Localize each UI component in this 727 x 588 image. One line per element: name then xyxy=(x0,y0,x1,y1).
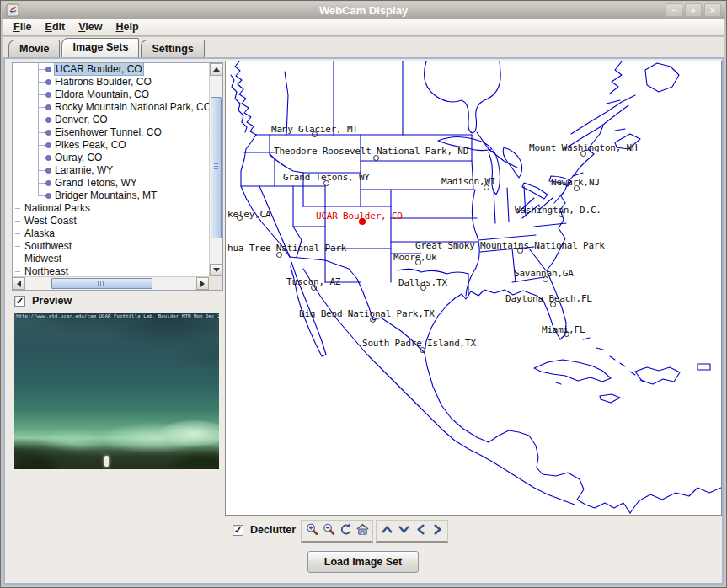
tree-item-alaska[interactable]: Alaska xyxy=(13,227,209,240)
tree-item-grand-tetons-wy[interactable]: Grand Tetons, WY xyxy=(13,177,209,190)
map-station-marker xyxy=(312,131,318,137)
tree-item-label: Grand Tetons, WY xyxy=(55,177,137,189)
image-set-tree-panel: UCAR Boulder, COFlatirons Boulder, COEld… xyxy=(12,62,223,291)
rotate-reset-icon xyxy=(339,522,353,539)
tree-item-label: Pikes Peak, CO xyxy=(55,139,126,151)
scroll-left-button[interactable] xyxy=(13,277,25,290)
scroll-up-button[interactable] xyxy=(210,63,222,76)
pan-up-icon xyxy=(380,522,394,539)
tab-settings[interactable]: Settings xyxy=(141,40,204,57)
map-station-marker xyxy=(237,215,243,221)
tree-horizontal-scrollbar[interactable] xyxy=(13,276,209,290)
tab-movie[interactable]: Movie xyxy=(8,40,60,57)
tree-item-label: Flatirons Boulder, CO xyxy=(55,76,152,88)
zoom-in-button[interactable] xyxy=(304,522,319,540)
tree-item-ucar-boulder-co[interactable]: UCAR Boulder, CO xyxy=(13,63,209,76)
tree-item-label: West Coast xyxy=(24,215,77,227)
webcam-caption: http://www.atd.ucar.edu/cam UCAR Foothil… xyxy=(16,313,219,319)
rotate-reset-button[interactable] xyxy=(338,522,353,540)
menu-bar: FileEditViewHelp xyxy=(3,19,724,36)
tree-bullet-icon xyxy=(45,168,51,174)
tree-item-southwest[interactable]: Southwest xyxy=(13,240,209,253)
tree-bullet-icon xyxy=(45,142,51,148)
map-station-marker xyxy=(311,285,317,291)
pan-toolbar xyxy=(376,520,448,543)
map-label: keley,CA xyxy=(227,209,270,220)
menu-view[interactable]: View xyxy=(72,19,109,35)
tree-item-northeast[interactable]: Northeast xyxy=(13,265,209,276)
pan-left-button[interactable] xyxy=(413,522,428,540)
tree-item-label: UCAR Boulder, CO xyxy=(55,63,143,75)
map-station-marker xyxy=(543,276,548,282)
maximize-button[interactable]: + xyxy=(685,3,702,17)
window-controls: −+× xyxy=(666,3,721,17)
tree-item-label: Ouray, CO xyxy=(55,152,102,163)
map-station-marker xyxy=(517,248,523,254)
minimize-button[interactable]: − xyxy=(666,3,682,17)
zoom-out-icon xyxy=(322,522,336,539)
tree-bullet-icon xyxy=(45,92,51,98)
map-station-marker xyxy=(559,211,564,217)
close-button[interactable]: × xyxy=(704,3,721,17)
zoom-out-button[interactable] xyxy=(321,522,336,540)
pan-up-button[interactable] xyxy=(379,522,394,540)
preview-label: Preview xyxy=(32,295,72,307)
view-toolbar xyxy=(301,520,373,543)
tab-bar: MovieImage SetsSettings xyxy=(3,37,724,57)
map-panel[interactable]: Many Glacier, MTTheodore Roosevelt Natio… xyxy=(225,61,722,516)
tree-item-west-coast[interactable]: West Coast xyxy=(13,215,209,227)
triangle-down-icon xyxy=(213,268,220,272)
map-label: Great Smoky Mountains National Park xyxy=(415,240,605,251)
vertical-scroll-thumb[interactable] xyxy=(211,97,222,238)
tab-image-sets[interactable]: Image Sets xyxy=(61,38,139,57)
pan-left-icon xyxy=(414,522,428,539)
tree-item-label: National Parks xyxy=(24,202,90,214)
pan-down-button[interactable] xyxy=(396,522,411,540)
tree-bullet-icon xyxy=(45,67,51,72)
preview-checkbox[interactable]: ✓ xyxy=(14,296,25,307)
tree-bullet-icon xyxy=(45,193,51,199)
triangle-left-icon xyxy=(17,281,21,287)
tree-item-ouray-co[interactable]: Ouray, CO xyxy=(13,152,209,164)
tree-item-laramie-wy[interactable]: Laramie, WY xyxy=(13,164,209,177)
tree-item-eldora-mountain-co[interactable]: Eldora Mountain, CO xyxy=(13,88,209,101)
tree-item-eisenhower-tunnel-co[interactable]: Eisenhower Tunnel, CO xyxy=(13,126,209,139)
tree-item-label: Northeast xyxy=(24,265,68,276)
tree-item-flatirons-boulder-co[interactable]: Flatirons Boulder, CO xyxy=(13,76,209,88)
map-station-marker xyxy=(420,285,426,291)
tree-item-national-parks[interactable]: National Parks xyxy=(13,202,209,215)
image-sets-panel: UCAR Boulder, COFlatirons Boulder, COEld… xyxy=(3,57,724,585)
declutter-label: Declutter xyxy=(250,524,296,536)
image-set-tree[interactable]: UCAR Boulder, COFlatirons Boulder, COEld… xyxy=(13,63,209,276)
menu-edit[interactable]: Edit xyxy=(39,19,72,35)
horizontal-scroll-thumb[interactable] xyxy=(51,278,152,289)
tree-bullet-icon xyxy=(45,130,51,136)
triangle-up-icon xyxy=(213,67,220,72)
scroll-right-button[interactable] xyxy=(196,277,209,290)
declutter-checkbox[interactable]: ✓ xyxy=(233,525,243,536)
tree-item-pikes-peak-co[interactable]: Pikes Peak, CO xyxy=(13,139,209,152)
title-bar[interactable]: WebCam Display −+× xyxy=(2,2,725,19)
tree-item-midwest[interactable]: Midwest xyxy=(13,253,209,265)
tree-item-label: Denver, CO xyxy=(55,114,108,126)
menu-file[interactable]: File xyxy=(7,19,39,35)
load-image-set-button[interactable]: Load Image Set xyxy=(307,551,419,573)
tree-item-denver-co[interactable]: Denver, CO xyxy=(13,114,209,126)
tree-item-label: Bridger Mountains, MT xyxy=(55,190,157,201)
pan-right-button[interactable] xyxy=(430,522,445,540)
tree-item-label: Alaska xyxy=(24,227,55,239)
home-button[interactable] xyxy=(355,522,370,540)
tree-item-label: Rocky Mountain National Park, CO xyxy=(55,101,209,113)
tree-bullet-icon xyxy=(45,180,51,186)
webcam-display-window: WebCam Display −+× FileEditViewHelp Movi… xyxy=(0,0,727,588)
scroll-down-button[interactable] xyxy=(210,264,222,276)
map-station-marker xyxy=(564,331,569,337)
tree-item-bridger-mountains-mt[interactable]: Bridger Mountains, MT xyxy=(13,190,209,202)
map-station-marker xyxy=(276,252,282,258)
map-label: South Padre Island,TX xyxy=(362,338,476,349)
menu-help[interactable]: Help xyxy=(109,19,145,35)
map-station-marker xyxy=(415,259,421,265)
tree-item-rocky-mountain-national-park-co[interactable]: Rocky Mountain National Park, CO xyxy=(13,101,209,114)
map-label: Daytona Beach,FL xyxy=(505,293,592,304)
tree-vertical-scrollbar[interactable] xyxy=(209,63,222,276)
